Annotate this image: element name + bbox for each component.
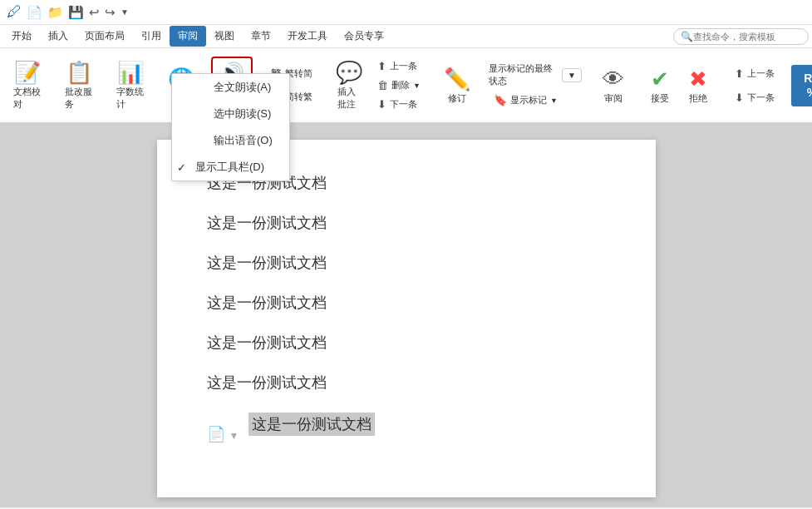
showmark-arrow: ▼: [550, 96, 558, 105]
dropdown-arrow[interactable]: ▼: [121, 7, 129, 17]
shenyue-label: 审阅: [604, 92, 623, 105]
doc-page: 这是一份测试文档 这是一份测试文档 这是一份测试文档 这是一份测试文档 这是一份…: [157, 140, 656, 497]
next1-label: 下一条: [390, 98, 417, 111]
menu-insert[interactable]: 插入: [40, 26, 76, 47]
jiaodui-icon: 📝: [14, 60, 41, 86]
toolbar-label: 显示工具栏(D): [195, 160, 264, 175]
prev1-icon: ⬆: [377, 60, 386, 72]
next2-label: 下一条: [747, 91, 775, 104]
open-icon[interactable]: 📁: [47, 5, 63, 20]
prev2-icon: ⬆: [735, 67, 744, 80]
pinzhu-label: 插入批注: [337, 86, 361, 111]
doc-line-3: 这是一份测试文档: [207, 293, 606, 313]
ribbon-btn-delete[interactable]: 🗑 删除 ▼: [372, 77, 426, 93]
menu-bar: 开始 插入 页面布局 引用 审阅 视图 章节 开发工具 会员专享 🔍: [0, 25, 812, 48]
next1-icon: ⬇: [377, 98, 386, 111]
doc-line-5: 这是一份测试文档: [207, 373, 606, 393]
shuchu-label: 输出语音(O): [214, 133, 273, 148]
menu-review[interactable]: 审阅: [170, 26, 206, 47]
menu-vip[interactable]: 会员专享: [336, 26, 392, 47]
percent-label: %: [807, 86, 812, 100]
xuanzhong-label: 选中朗读(S): [214, 106, 271, 121]
langdu-dropdown-menu: 全文朗读(A) 选中朗读(S) 输出语音(O) 显示工具栏(D): [171, 73, 290, 181]
mark-display-label: 显示标记的最终状态: [489, 62, 560, 87]
shenyue-icon: 👁: [603, 67, 624, 92]
ribbon-btn-next1[interactable]: ⬇ 下一条: [372, 96, 426, 112]
ribbon-group-xiuding[interactable]: ✏️ 修订: [439, 52, 475, 119]
pigai-icon: 📋: [66, 60, 92, 86]
doc-line-6: 这是一份测试文档: [249, 413, 375, 436]
menu-layout[interactable]: 页面布局: [76, 26, 133, 47]
ribbon: 📝 文档校对 📋 批改服务 📊 字数统计 🌐 翻译 🔊 朗读 ▼ 繁 繁转简: [0, 48, 812, 123]
pinzhu-icon: 💬: [336, 60, 362, 86]
menu-chapter[interactable]: 章节: [243, 26, 279, 47]
doc-line-1: 这是一份测试文档: [207, 213, 606, 233]
jujue-icon: ✖: [689, 67, 707, 92]
ribbon-group-jieshou[interactable]: ✔ 接受: [642, 52, 678, 119]
search-input[interactable]: [693, 32, 801, 42]
ribbon-btn-showmark[interactable]: 🔖 显示标记 ▼: [489, 92, 582, 108]
delete-label: 删除: [391, 79, 410, 91]
ribbon-group-jujue[interactable]: ✖ 拒绝: [680, 52, 716, 119]
page-icon[interactable]: 📄 ▼: [207, 425, 239, 443]
mark-display-dropdown[interactable]: ▼: [562, 68, 582, 82]
prev2-label: 上一条: [747, 67, 775, 80]
jieshou-icon: ✔: [651, 67, 669, 92]
dropdown-icon: ▼: [568, 71, 576, 80]
search-icon: 🔍: [681, 31, 693, 42]
pigai-label: 批改服务: [65, 86, 93, 111]
jiaodui-label: 文档校对: [13, 86, 42, 111]
ribbon-btn-prev2[interactable]: ⬆ 上一条: [730, 66, 780, 82]
ribbon-group-zishu[interactable]: 📊 字数统计: [110, 52, 151, 119]
re-label: RE: [804, 72, 812, 86]
redo-icon[interactable]: ↪: [105, 5, 116, 20]
doc-line-4: 这是一份测试文档: [207, 333, 606, 353]
delete-arrow: ▼: [413, 82, 421, 90]
dropdown-item-shuchu[interactable]: 输出语音(O): [172, 127, 289, 154]
prev1-label: 上一条: [390, 60, 417, 72]
menu-devtools[interactable]: 开发工具: [279, 26, 336, 47]
quanwen-label: 全文朗读(A): [214, 80, 271, 95]
save-icon[interactable]: 💾: [68, 5, 84, 20]
re-percent-badge[interactable]: RE %: [791, 65, 812, 106]
dropdown-item-xuanzhong[interactable]: 选中朗读(S): [172, 101, 289, 127]
showmark-icon: 🔖: [494, 94, 507, 106]
ribbon-group-pinzhu[interactable]: 💬 插入批注: [331, 52, 367, 119]
ribbon-group-pigai[interactable]: 📋 批改服务: [58, 52, 100, 119]
title-bar-icons: 🖊 📄 📁 💾 ↩ ↪ ▼: [7, 3, 129, 21]
next2-icon: ⬇: [735, 91, 744, 104]
delete-icon: 🗑: [377, 79, 388, 91]
menu-view[interactable]: 视图: [206, 26, 243, 47]
xiuding-label: 修订: [448, 92, 466, 105]
ribbon-group-shenyue[interactable]: 👁 审阅: [595, 52, 632, 119]
zishu-label: 字数统计: [116, 86, 145, 111]
search-box[interactable]: 🔍: [673, 28, 809, 45]
jieshou-label: 接受: [651, 92, 669, 105]
dropdown-item-quanwen[interactable]: 全文朗读(A): [172, 74, 289, 101]
ribbon-btn-prev1[interactable]: ⬆ 上一条: [372, 58, 426, 74]
jujue-label: 拒绝: [689, 92, 707, 105]
title-bar: 🖊 📄 📁 💾 ↩ ↪ ▼: [0, 0, 812, 25]
undo-icon[interactable]: ↩: [89, 5, 100, 20]
ribbon-btn-next2[interactable]: ⬇ 下一条: [730, 90, 780, 106]
showmark-label: 显示标记: [510, 94, 547, 106]
ribbon-group-jiaodui[interactable]: 📝 文档校对: [7, 52, 48, 119]
dropdown-item-toolbar[interactable]: 显示工具栏(D): [172, 154, 289, 180]
doc-line-2: 这是一份测试文档: [207, 253, 606, 273]
app-icon: 🖊: [7, 3, 22, 21]
menu-start[interactable]: 开始: [3, 26, 40, 47]
new-icon[interactable]: 📄: [27, 5, 42, 20]
xiuding-icon: ✏️: [444, 67, 470, 92]
menu-reference[interactable]: 引用: [133, 26, 170, 47]
zishu-icon: 📊: [117, 60, 144, 86]
doc-area: 这是一份测试文档 这是一份测试文档 这是一份测试文档 这是一份测试文档 这是一份…: [0, 123, 812, 507]
